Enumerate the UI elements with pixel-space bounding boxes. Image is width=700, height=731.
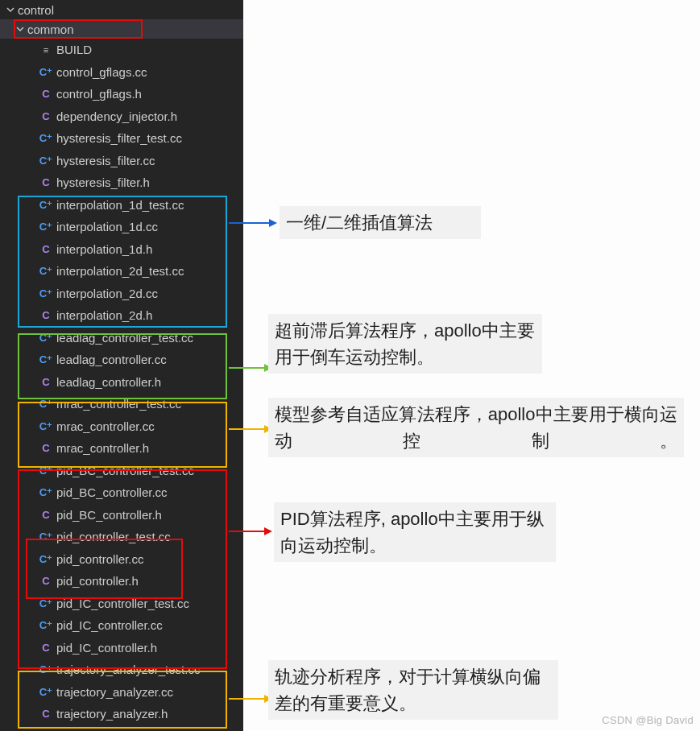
file-row[interactable]: Ctrajectory_analyzer.h — [0, 703, 243, 725]
cpp-icon: C⁺ — [39, 199, 53, 211]
file-label: pid_IC_controller_test.cc — [56, 597, 189, 610]
svg-marker-7 — [264, 527, 272, 535]
file-row[interactable]: C⁺hysteresis_filter.cc — [0, 150, 243, 172]
folder-label: common — [27, 23, 74, 36]
file-row[interactable]: C⁺leadlag_controller.cc — [0, 349, 243, 371]
cpp-icon: C⁺ — [39, 155, 53, 167]
file-label: interpolation_1d.cc — [56, 220, 158, 233]
header-icon: C — [39, 642, 53, 654]
file-label: interpolation_1d.h — [56, 242, 152, 256]
annotation-leadlag: 超前滞后算法程序，apollo中主要用于倒车运动控制。 — [268, 314, 542, 374]
file-label: pid_IC_controller.cc — [56, 618, 163, 632]
file-label: pid_BC_controller_test.cc — [56, 464, 194, 477]
file-row[interactable]: C⁺trajectory_analyzer.cc — [0, 681, 243, 704]
file-row[interactable]: C⁺interpolation_2d_test.cc — [0, 260, 243, 283]
file-row[interactable]: C⁺interpolation_1d_test.cc — [0, 194, 243, 217]
file-row[interactable]: ≡BUILD — [0, 39, 243, 61]
file-row[interactable]: C⁺pid_controller_test.cc — [0, 526, 243, 548]
cpp-icon: C⁺ — [39, 686, 53, 698]
file-row[interactable]: Chysteresis_filter.h — [0, 171, 243, 194]
folder-label: control — [18, 3, 54, 17]
file-row[interactable]: Cleadlag_controller.h — [0, 371, 243, 394]
file-label: hysteresis_filter.h — [56, 176, 150, 189]
cpp-icon: C⁺ — [39, 619, 53, 631]
file-label: trajectory_analyzer.h — [56, 707, 168, 721]
file-label: interpolation_2d.h — [56, 308, 152, 322]
file-row[interactable]: C⁺pid_BC_controller.cc — [0, 481, 243, 504]
file-row[interactable]: C⁺trajectory_analyzer_test.cc — [0, 659, 243, 681]
file-row[interactable]: C⁺mrac_controller_test.cc — [0, 393, 243, 415]
file-row[interactable]: C⁺interpolation_2d.cc — [0, 283, 243, 305]
file-row[interactable]: Cinterpolation_1d.h — [0, 238, 243, 261]
file-explorer: control common ≡BUILDC⁺control_gflags.cc… — [0, 0, 243, 731]
arrow-leadlag — [229, 360, 272, 376]
file-row[interactable]: Cpid_controller.h — [0, 570, 243, 593]
file-label: leadlag_controller_test.cc — [56, 331, 193, 345]
file-row[interactable]: C⁺pid_IC_controller_test.cc — [0, 593, 243, 615]
annotation-traj: 轨迹分析程序，对于计算横纵向偏差的有重要意义。 — [268, 660, 558, 720]
cpp-icon: C⁺ — [39, 597, 53, 609]
cpp-icon: C⁺ — [39, 465, 53, 477]
header-icon: C — [39, 88, 53, 100]
header-icon: C — [39, 708, 53, 720]
file-row[interactable]: C⁺leadlag_controller_test.cc — [0, 327, 243, 349]
file-label: pid_BC_controller.h — [56, 508, 162, 522]
file-row[interactable]: C⁺pid_IC_controller.cc — [0, 614, 243, 637]
svg-marker-1 — [269, 219, 277, 227]
file-label: trajectory_analyzer_test.cc — [56, 663, 200, 676]
file-row[interactable]: C⁺interpolation_1d.cc — [0, 216, 243, 238]
file-label: mrac_controller_test.cc — [56, 397, 181, 411]
cpp-icon: C⁺ — [39, 531, 53, 543]
header-icon: C — [39, 176, 53, 188]
file-label: pid_BC_controller.cc — [56, 485, 168, 499]
header-icon: C — [39, 575, 53, 587]
file-row[interactable]: C⁺mrac_controller.cc — [0, 415, 243, 438]
arrow-pid — [229, 523, 272, 539]
file-label: leadlag_controller.h — [56, 375, 161, 389]
file-row[interactable]: C⁺pid_controller.cc — [0, 548, 243, 571]
file-row[interactable]: Cinterpolation_2d.h — [0, 304, 243, 327]
cpp-icon: C⁺ — [39, 663, 53, 675]
file-row[interactable]: Ccontrol_gflags.h — [0, 83, 243, 105]
arrow-traj — [229, 691, 272, 707]
folder-common[interactable]: common — [0, 19, 243, 39]
file-label: interpolation_1d_test.cc — [56, 198, 184, 212]
file-label: pid_controller.cc — [56, 552, 143, 566]
cpp-icon: C⁺ — [39, 353, 53, 366]
cpp-icon: C⁺ — [39, 265, 53, 277]
header-icon: C — [39, 243, 53, 255]
cpp-icon: C⁺ — [39, 221, 53, 233]
file-row[interactable]: C⁺control_gflags.cc — [0, 61, 243, 84]
file-label: dependency_injector.h — [56, 109, 177, 123]
file-label: trajectory_analyzer.cc — [56, 685, 173, 699]
watermark: CSDN @Big David — [602, 714, 694, 726]
cpp-icon: C⁺ — [39, 66, 53, 78]
header-icon: C — [39, 309, 53, 321]
file-row[interactable]: Cdependency_injector.h — [0, 105, 243, 128]
header-icon: C — [39, 110, 53, 122]
header-icon: C — [39, 509, 53, 521]
file-label: pid_controller_test.cc — [56, 530, 171, 543]
file-label: interpolation_2d_test.cc — [56, 264, 184, 278]
arrow-interp — [229, 215, 277, 231]
annotation-pid: PID算法程序, apollo中主要用于纵向运动控制。 — [274, 502, 556, 562]
header-icon: C — [39, 376, 53, 388]
file-row[interactable]: C⁺pid_BC_controller_test.cc — [0, 460, 243, 482]
folder-control[interactable]: control — [0, 0, 243, 19]
arrow-mrac — [229, 421, 272, 437]
file-row[interactable]: Cpid_IC_controller.h — [0, 637, 243, 659]
file-label: pid_IC_controller.h — [56, 641, 157, 655]
file-label: control_gflags.cc — [56, 65, 147, 79]
chevron-down-icon — [5, 4, 16, 15]
file-label: mrac_controller.cc — [56, 419, 155, 433]
annotation-mrac: 模型参考自适应算法程序，apollo中主要用于横向运动控制。 — [268, 398, 684, 457]
file-row[interactable]: C⁺hysteresis_filter_test.cc — [0, 127, 243, 150]
cpp-icon: C⁺ — [39, 398, 53, 410]
file-label: control_gflags.h — [56, 87, 142, 101]
file-label: pid_controller.h — [56, 574, 139, 588]
cpp-icon: C⁺ — [39, 132, 53, 144]
build-icon: ≡ — [39, 45, 53, 55]
file-label: hysteresis_filter_test.cc — [56, 131, 182, 145]
file-row[interactable]: Cpid_BC_controller.h — [0, 504, 243, 527]
file-row[interactable]: Cmrac_controller.h — [0, 437, 243, 460]
